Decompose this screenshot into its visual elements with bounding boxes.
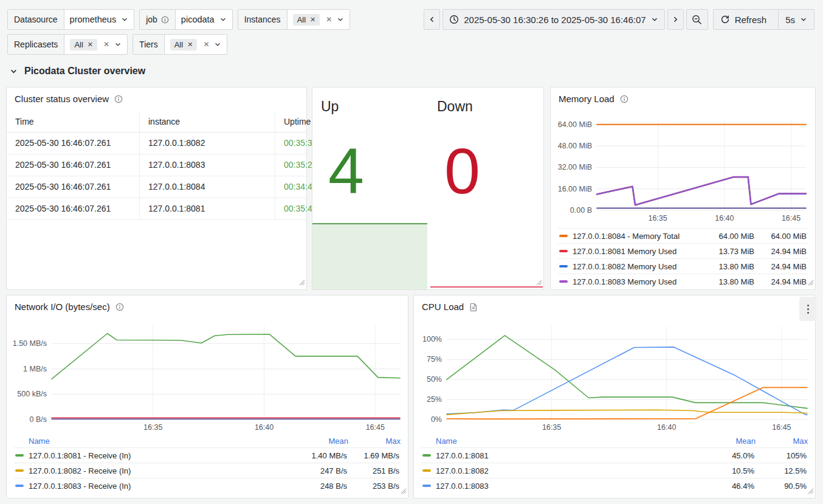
- series-name[interactable]: 127.0.0.1:8081: [436, 451, 702, 460]
- series-max: 105%: [754, 451, 807, 460]
- chip-remove-icon[interactable]: ✕: [310, 16, 315, 23]
- legend-row: 127.0.0.1:808346.4%90.5%: [421, 478, 808, 493]
- chip-remove-icon[interactable]: ✕: [187, 41, 193, 48]
- cell-instance: 127.0.0.1:8082: [140, 133, 275, 154]
- stat-up-label: Up: [321, 98, 339, 115]
- memory-load-chart[interactable]: 0.00 B16.00 MiB32.00 MiB48.00 MiB64.00 M…: [557, 114, 809, 225]
- series-name[interactable]: 127.0.0.1:8081 Memory Used: [573, 247, 702, 256]
- legend-header-mean[interactable]: Mean: [296, 437, 348, 446]
- panel-title-row[interactable]: Cluster status overview: [15, 94, 123, 104]
- svg-text:16:35: 16:35: [143, 423, 162, 432]
- filter-chip[interactable]: All✕: [170, 39, 198, 50]
- clock-icon: [449, 15, 459, 24]
- series-name[interactable]: 127.0.0.1:8083 Memory Used: [573, 277, 702, 286]
- legend-header-mean[interactable]: Mean: [703, 437, 756, 446]
- panel-menu-button[interactable]: [799, 297, 816, 321]
- document-icon[interactable]: [469, 303, 478, 311]
- legend-header-name[interactable]: Name: [436, 437, 703, 446]
- table-row: 2025-05-30 16:46:07.261127.0.0.1:808100:…: [7, 198, 306, 220]
- panel-title-row[interactable]: Memory Load: [559, 94, 628, 104]
- chevron-down-icon: [214, 41, 221, 48]
- panel-resize-handle[interactable]: [807, 277, 814, 288]
- filter-instances-value[interactable]: All✕ ✕: [288, 10, 350, 29]
- filter-replicasets[interactable]: Replicasets All✕ ✕: [7, 34, 128, 55]
- legend-header-max[interactable]: Max: [756, 437, 808, 446]
- panel-resize-handle[interactable]: [298, 277, 305, 288]
- chevron-left-icon: [429, 16, 436, 23]
- chip-remove-icon[interactable]: ✕: [88, 41, 93, 48]
- panel-network-io: Network I/O (bytes/sec) 0 B/s500 kB/s1 M…: [6, 295, 408, 499]
- legend-header: Name Mean Max: [421, 434, 808, 447]
- time-shift-forward-button[interactable]: [667, 9, 684, 30]
- column-header-time[interactable]: Time: [7, 112, 140, 133]
- stat-up: Up 4: [312, 88, 429, 289]
- svg-text:0%: 0%: [431, 415, 442, 424]
- stat-down-value: 0: [444, 139, 479, 203]
- legend-header-name[interactable]: Name: [29, 437, 296, 446]
- svg-text:50%: 50%: [427, 375, 442, 384]
- filter-job[interactable]: job picodata: [139, 9, 233, 30]
- panel-resize-handle[interactable]: [399, 486, 407, 497]
- time-shift-back-button[interactable]: [424, 9, 440, 30]
- refresh-label: Refresh: [735, 15, 767, 25]
- chevron-down-icon: [10, 67, 18, 75]
- svg-text:0.00 B: 0.00 B: [570, 206, 592, 215]
- series-name[interactable]: 127.0.0.1:8081 - Receive (In): [29, 451, 295, 460]
- panel-resize-handle[interactable]: [807, 486, 814, 497]
- filter-chip[interactable]: All✕: [70, 39, 97, 50]
- series-color-swatch: [559, 235, 568, 237]
- clear-selection-icon[interactable]: ✕: [203, 40, 209, 49]
- cell-instance: 127.0.0.1:8081: [140, 198, 275, 220]
- cell-instance: 127.0.0.1:8083: [140, 154, 275, 176]
- refresh-interval-dropdown[interactable]: 5s: [778, 10, 814, 29]
- cell-time: 2025-05-30 16:46:07.261: [7, 198, 140, 220]
- clear-selection-icon[interactable]: ✕: [326, 15, 332, 24]
- series-max: 24.94 MiB: [754, 262, 807, 271]
- panel-resize-handle[interactable]: [535, 277, 542, 288]
- filter-instances[interactable]: Instances All✕ ✕: [238, 9, 351, 30]
- table-row: 2025-05-30 16:46:07.261127.0.0.1:808200:…: [7, 133, 306, 154]
- filter-datasource[interactable]: Datasource prometheus: [7, 9, 134, 30]
- zoom-out-time-button[interactable]: [686, 9, 708, 30]
- filter-tiers[interactable]: Tiers All✕ ✕: [133, 34, 227, 55]
- panel-title-row[interactable]: Network I/O (bytes/sec): [15, 302, 124, 312]
- info-circle-icon[interactable]: [114, 95, 123, 103]
- time-range-picker[interactable]: 2025-05-30 16:30:26 to 2025-05-30 16:46:…: [442, 9, 664, 30]
- row-section-header[interactable]: Picodata Cluster overview: [10, 66, 145, 77]
- filter-tiers-value[interactable]: All✕ ✕: [165, 35, 227, 54]
- series-color-swatch: [15, 469, 24, 472]
- series-mean: 247 B/s: [295, 466, 347, 475]
- info-circle-icon[interactable]: [115, 303, 124, 311]
- filter-datasource-selected: prometheus: [70, 15, 117, 24]
- series-name[interactable]: 127.0.0.1:8083: [436, 482, 702, 491]
- series-max: 253 B/s: [347, 482, 399, 491]
- series-mean: 13.73 MiB: [702, 247, 754, 256]
- series-name[interactable]: 127.0.0.1:8082 - Receive (In): [29, 466, 295, 475]
- cpu-load-chart[interactable]: 0%25%50%75%100%16:3516:4016:45: [420, 322, 809, 434]
- svg-text:32.00 MiB: 32.00 MiB: [558, 163, 592, 171]
- filter-datasource-value[interactable]: prometheus: [64, 10, 134, 29]
- filter-replicasets-value[interactable]: All✕ ✕: [64, 35, 127, 54]
- magnifier-minus-icon: [692, 15, 702, 25]
- cell-uptime: 00:35:30: [275, 133, 307, 154]
- info-circle-icon[interactable]: [620, 95, 628, 103]
- filter-tiers-label: Tiers: [133, 35, 165, 54]
- network-io-chart[interactable]: 0 B/s500 kB/s1 MB/s1.50 MB/s16:3516:4016…: [13, 322, 402, 434]
- series-mean: 13.80 MiB: [702, 262, 754, 271]
- series-max: 1.69 MB/s: [347, 451, 399, 460]
- series-name[interactable]: 127.0.0.1:8082 Memory Used: [573, 262, 702, 271]
- panel-title: Network I/O (bytes/sec): [15, 302, 110, 312]
- series-name[interactable]: 127.0.0.1:8082: [436, 466, 702, 475]
- column-header-uptime[interactable]: Uptime: [275, 112, 307, 133]
- series-name[interactable]: 127.0.0.1:8084 - Memory Total: [573, 232, 702, 241]
- series-mean: 46.4%: [702, 482, 754, 491]
- refresh-button[interactable]: Refresh: [714, 10, 774, 29]
- panel-title-row[interactable]: CPU Load: [422, 302, 478, 312]
- column-header-instance[interactable]: instance: [140, 112, 275, 133]
- legend-header-max[interactable]: Max: [348, 437, 401, 446]
- series-name[interactable]: 127.0.0.1:8083 - Receive (In): [29, 482, 295, 491]
- filter-job-value[interactable]: picodata: [176, 10, 232, 29]
- clear-selection-icon[interactable]: ✕: [103, 40, 109, 49]
- filter-chip[interactable]: All✕: [293, 14, 320, 26]
- series-color-swatch: [15, 454, 24, 457]
